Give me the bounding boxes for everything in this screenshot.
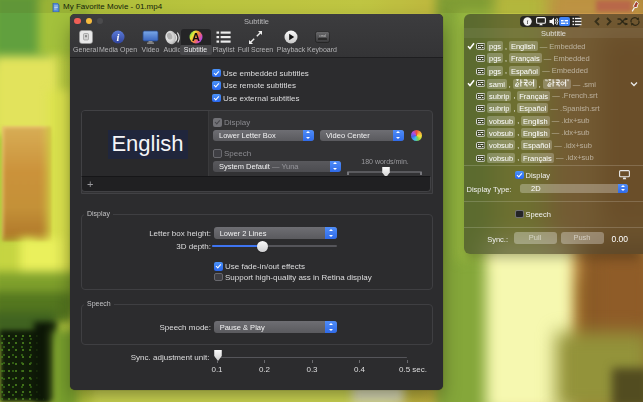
svg-text:cmd: cmd [319, 33, 326, 37]
svg-text:i: i [117, 31, 120, 42]
svg-text:i: i [527, 18, 529, 26]
svg-text:A: A [192, 31, 200, 43]
